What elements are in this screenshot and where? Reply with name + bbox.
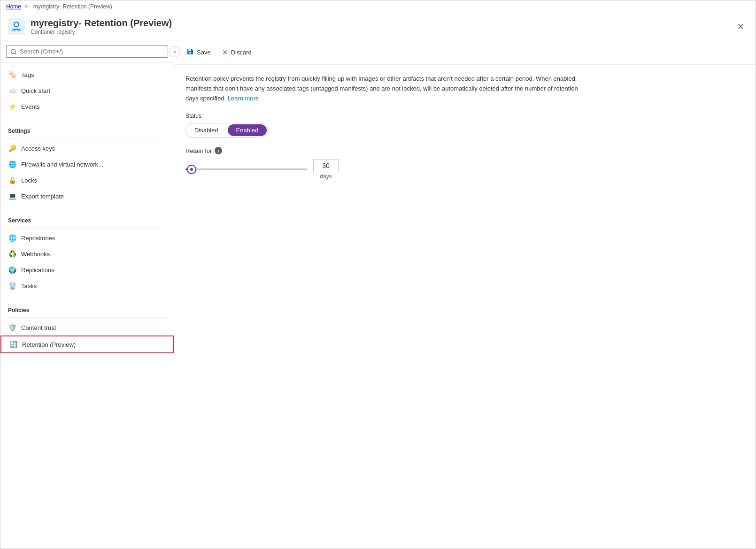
- sidebar-item-locks[interactable]: 🔒 Locks: [0, 172, 174, 188]
- policies-section-title: Policies: [0, 301, 174, 315]
- toolbar: Save ✕ Discard: [174, 40, 756, 65]
- retention-icon: 🔄: [9, 340, 17, 349]
- access-keys-icon: 🔑: [8, 144, 16, 152]
- learn-more-link[interactable]: Learn more: [228, 95, 259, 102]
- tags-icon: 🏷️: [8, 70, 16, 79]
- save-label: Save: [197, 49, 211, 56]
- sidebar-item-content-trust[interactable]: 🛡️ Content trust: [0, 320, 174, 336]
- content-trust-icon: 🛡️: [8, 323, 16, 332]
- days-input-wrap: days: [313, 159, 339, 180]
- status-section: Status Disabled Enabled: [185, 113, 744, 137]
- webhooks-icon: ♻️: [8, 250, 16, 258]
- settings-divider: [8, 138, 166, 138]
- sidebar-item-label: Tasks: [21, 282, 37, 290]
- breadcrumb: Home > myregistry- Retention (Preview): [0, 0, 756, 13]
- retain-for-section: Retain for i days: [185, 147, 744, 180]
- sidebar-item-events[interactable]: ⚡ Events: [0, 99, 174, 114]
- content-area: Save ✕ Discard Retention policy prevents…: [174, 40, 756, 549]
- breadcrumb-separator: >: [24, 3, 28, 10]
- replications-icon: 🌍: [8, 266, 16, 274]
- sidebar: « 🏷️ Tags ☁️ Quick start ⚡ Events Settin…: [0, 40, 174, 549]
- status-enabled-option[interactable]: Enabled: [228, 124, 267, 136]
- sidebar-item-repositories[interactable]: 🌐 Repositories: [0, 230, 174, 246]
- sidebar-item-label: Webhooks: [21, 251, 50, 258]
- settings-section: Settings 🔑 Access keys 🌐 Firewalls and v…: [0, 118, 174, 208]
- header-text: myregistry- Retention (Preview) Containe…: [31, 18, 172, 35]
- breadcrumb-home[interactable]: Home: [6, 3, 21, 10]
- sidebar-item-label: Tags: [21, 71, 34, 78]
- main-layout: « 🏷️ Tags ☁️ Quick start ⚡ Events Settin…: [0, 40, 756, 549]
- sidebar-item-label: Firewalls and virtual network...: [21, 161, 103, 168]
- page-subtitle: Container registry: [31, 29, 172, 35]
- sidebar-item-label: Export template: [21, 193, 64, 200]
- locks-icon: 🔒: [8, 176, 16, 184]
- sidebar-item-label: Locks: [21, 177, 37, 184]
- repositories-icon: 🌐: [8, 234, 16, 242]
- sidebar-item-firewalls[interactable]: 🌐 Firewalls and virtual network...: [0, 156, 174, 172]
- page-header: myregistry- Retention (Preview) Containe…: [0, 13, 756, 40]
- days-unit: days: [320, 173, 332, 180]
- sidebar-item-access-keys[interactable]: 🔑 Access keys: [0, 140, 174, 156]
- sidebar-item-webhooks[interactable]: ♻️ Webhooks: [0, 246, 174, 262]
- sidebar-search-area: [0, 40, 174, 63]
- slider-track[interactable]: [185, 168, 308, 170]
- sidebar-item-label: Access keys: [21, 145, 55, 152]
- discard-button[interactable]: ✕ Discard: [217, 46, 256, 60]
- status-label: Status: [185, 113, 744, 119]
- status-disabled-option[interactable]: Disabled: [186, 124, 227, 136]
- slider-thumb[interactable]: [187, 165, 196, 174]
- tasks-icon: 🗑️: [8, 282, 16, 290]
- sidebar-item-tags[interactable]: 🏷️ Tags: [0, 67, 174, 83]
- sidebar-item-replications[interactable]: 🌍 Replications: [0, 262, 174, 278]
- content-body: Retention policy prevents the registry f…: [174, 65, 756, 549]
- settings-section-title: Settings: [0, 122, 174, 136]
- firewalls-icon: 🌐: [8, 160, 16, 168]
- sidebar-item-label: Retention (Preview): [22, 341, 76, 348]
- info-icon[interactable]: i: [215, 147, 222, 154]
- discard-label: Discard: [231, 49, 252, 56]
- breadcrumb-current: myregistry- Retention (Preview): [33, 3, 112, 10]
- services-divider: [8, 228, 166, 228]
- nav-top-section: 🏷️ Tags ☁️ Quick start ⚡ Events: [0, 63, 174, 118]
- header-left: myregistry- Retention (Preview) Containe…: [8, 18, 172, 35]
- events-icon: ⚡: [8, 102, 16, 111]
- sidebar-item-retention[interactable]: 🔄 Retention (Preview): [0, 336, 174, 353]
- policies-divider: [8, 317, 166, 318]
- days-input[interactable]: [313, 159, 339, 172]
- services-section: Services 🌐 Repositories ♻️ Webhooks 🌍 Re…: [0, 208, 174, 297]
- policies-section: Policies 🛡️ Content trust 🔄 Retention (P…: [0, 297, 174, 357]
- discard-icon: ✕: [222, 48, 228, 57]
- sidebar-item-label: Content trust: [21, 324, 56, 331]
- sidebar-item-label: Events: [21, 103, 40, 110]
- sidebar-item-tasks[interactable]: 🗑️ Tasks: [0, 278, 174, 294]
- quickstart-icon: ☁️: [8, 86, 16, 95]
- sidebar-item-label: Replications: [21, 267, 54, 274]
- sidebar-item-label: Repositories: [21, 235, 55, 242]
- search-input[interactable]: [6, 45, 168, 58]
- sidebar-collapse-button[interactable]: «: [169, 46, 180, 57]
- sidebar-item-label: Quick start: [21, 87, 50, 94]
- registry-icon: [8, 18, 25, 35]
- sidebar-item-quickstart[interactable]: ☁️ Quick start: [0, 83, 174, 99]
- slider-row: days: [185, 159, 744, 180]
- save-button[interactable]: Save: [182, 45, 216, 60]
- page-title: myregistry- Retention (Preview): [31, 18, 172, 29]
- retain-for-label: Retain for i: [185, 147, 744, 154]
- save-icon: [186, 48, 194, 57]
- close-button[interactable]: ✕: [733, 20, 748, 34]
- sidebar-item-export-template[interactable]: 💻 Export template: [0, 188, 174, 204]
- retention-description: Retention policy prevents the registry f…: [185, 74, 589, 103]
- status-toggle[interactable]: Disabled Enabled: [185, 123, 268, 137]
- export-icon: 💻: [8, 192, 16, 200]
- services-section-title: Services: [0, 212, 174, 226]
